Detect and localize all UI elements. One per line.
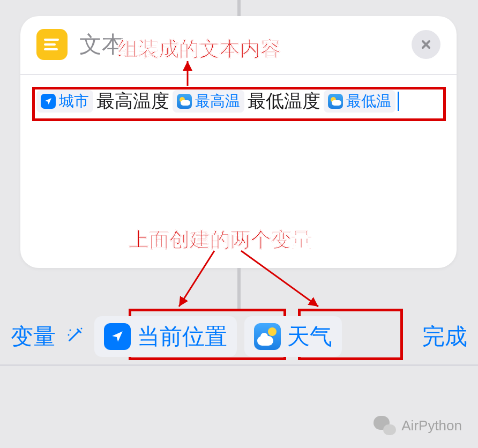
card-body[interactable]: 城市 最高温度 最高温 最低温度 最低温 xyxy=(20,74,457,128)
wechat-icon xyxy=(374,416,396,435)
variable-chip-current-location[interactable]: 当前位置 xyxy=(94,316,237,357)
close-icon xyxy=(420,38,432,51)
text-cursor xyxy=(398,92,399,111)
location-icon xyxy=(41,94,56,109)
chip-label: 天气 xyxy=(287,322,332,352)
static-text: 最低温度 xyxy=(247,89,322,114)
static-text: 最高温度 xyxy=(95,89,170,114)
weather-icon xyxy=(328,94,343,109)
variable-chip-weather[interactable]: 天气 xyxy=(244,316,342,357)
weather-icon xyxy=(254,323,281,350)
toolbar-divider xyxy=(0,364,478,366)
token-label: 城市 xyxy=(59,91,89,111)
variable-token-high-temp[interactable]: 最高温 xyxy=(173,90,244,113)
chip-label: 当前位置 xyxy=(137,322,227,352)
magic-wand-icon[interactable] xyxy=(63,325,87,348)
token-label: 最高温 xyxy=(195,91,240,111)
svg-point-5 xyxy=(68,334,70,335)
done-button[interactable]: 完成 xyxy=(422,322,467,352)
weather-icon xyxy=(177,94,192,109)
variables-toolbar: 变量 当前位置 天气 完成 xyxy=(0,311,478,362)
variable-token-low-temp[interactable]: 最低温 xyxy=(324,90,395,113)
watermark-label: AirPython xyxy=(401,417,462,434)
card-title: 文本 xyxy=(79,29,124,59)
variable-token-city[interactable]: 城市 xyxy=(36,90,93,113)
text-action-icon xyxy=(36,29,68,60)
location-icon xyxy=(104,323,131,350)
text-action-card: 文本 城市 最高温度 最高温 最低温度 xyxy=(20,16,457,268)
wechat-watermark: AirPython xyxy=(374,416,462,435)
connector-line-bottom xyxy=(237,268,241,311)
connector-line-top xyxy=(237,0,241,16)
text-token-row[interactable]: 城市 最高温度 最高温 最低温度 最低温 xyxy=(36,89,440,114)
card-header: 文本 xyxy=(20,16,457,69)
svg-point-3 xyxy=(70,329,71,331)
close-button[interactable] xyxy=(412,30,440,59)
svg-point-4 xyxy=(81,327,83,329)
token-label: 最低温 xyxy=(346,91,391,111)
toolbar-var-label[interactable]: 变量 xyxy=(11,322,56,352)
